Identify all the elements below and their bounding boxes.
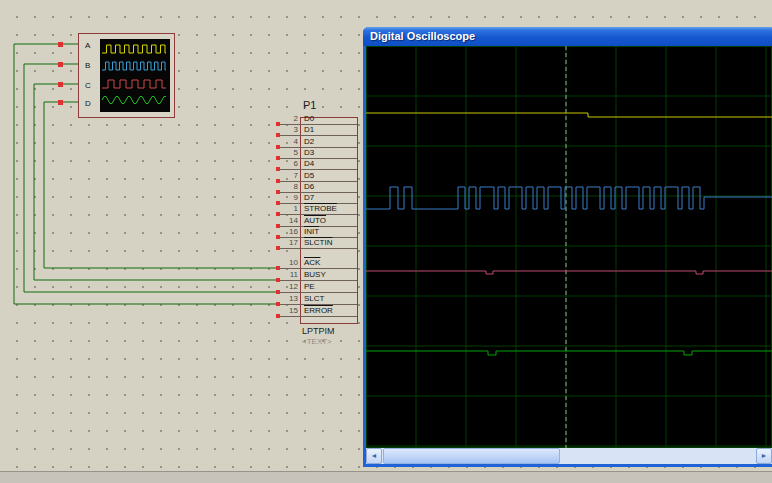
pin-name: INIT [304, 228, 319, 236]
pin-name: PE [304, 283, 315, 291]
pin-number: 16 [278, 228, 298, 236]
pin-line [280, 214, 357, 215]
scope-plot-area[interactable] [366, 46, 772, 448]
oscilloscope-symbol[interactable]: ABCD [78, 33, 175, 118]
app-bottom-edge [0, 471, 772, 483]
oscilloscope-preview-waveforms [100, 39, 170, 112]
lpt-connector[interactable]: P1 LPTPIM <TEXT> 2D03D14D25D36D47D58D69D… [276, 117, 360, 347]
pin-name: STROBE [304, 205, 337, 213]
preview-square-trace [102, 80, 166, 88]
trace-channel-D [366, 351, 772, 355]
pin-number: 9 [278, 194, 298, 202]
scope-pin-state-indicator [58, 82, 63, 87]
pin-line [280, 192, 357, 193]
pin-name: D5 [304, 172, 314, 180]
scroll-right-icon: ► [761, 452, 768, 459]
pin-name: BUSY [304, 271, 326, 279]
pin-name: ACK [304, 259, 320, 267]
pin-name: AUTO [304, 217, 326, 225]
pin-line [280, 248, 357, 249]
pin-number: 17 [278, 239, 298, 247]
pin-line [280, 268, 357, 269]
pin-line [280, 147, 357, 148]
pin-number: 13 [278, 295, 298, 303]
pin-number: 10 [278, 259, 298, 267]
pin-name: SLCTIN [304, 239, 332, 247]
pin-number: 7 [278, 172, 298, 180]
schematic-canvas[interactable]: ABCD P1 LPTPIM <TEXT> 2D03D14D25D36D47D5… [0, 0, 772, 483]
pin-number: 2 [278, 115, 298, 123]
channel-label-D: D [85, 99, 91, 108]
pin-number: 3 [278, 126, 298, 134]
scope-pin-state-indicator [58, 42, 63, 47]
pin-line [280, 169, 357, 170]
scroll-right-button[interactable]: ► [756, 448, 772, 464]
scrollbar-thumb[interactable] [383, 448, 560, 464]
pin-number: 6 [278, 160, 298, 168]
pin-name: D0 [304, 115, 314, 123]
scope-pin-state-indicator [58, 62, 63, 67]
channel-label-A: A [85, 41, 90, 50]
pin-line [280, 181, 357, 182]
pin-name: D3 [304, 149, 314, 157]
window-title: Digital Oscilloscope [370, 30, 475, 42]
pin-name: D7 [304, 194, 314, 202]
pin-line [280, 158, 357, 159]
wire-d[interactable] [44, 102, 280, 268]
trace-channel-C [366, 271, 772, 274]
preview-square-trace [102, 62, 166, 70]
scope-pin-state-indicator [58, 100, 63, 105]
connector-text-placeholder: <TEXT> [302, 337, 332, 346]
pin-number: 5 [278, 149, 298, 157]
pin-number: 15 [278, 307, 298, 315]
preview-square-trace [102, 45, 166, 53]
window-titlebar[interactable]: Digital Oscilloscope [363, 27, 772, 46]
pin-number: 4 [278, 138, 298, 146]
plot-frame [367, 47, 772, 448]
pin-line [280, 280, 357, 281]
connector-reference: P1 [303, 99, 316, 111]
oscilloscope-preview-screen [100, 39, 170, 112]
pin-line [280, 316, 357, 317]
pin-number: 14 [278, 217, 298, 225]
scope-traces [366, 46, 772, 448]
channel-label-C: C [85, 81, 91, 90]
channel-label-B: B [85, 61, 90, 70]
digital-oscilloscope-window[interactable]: Digital Oscilloscope ◄ ► [363, 27, 772, 467]
trace-channel-A [366, 113, 772, 117]
connector-model-label: LPTPIM [302, 326, 335, 336]
pin-number: 11 [278, 271, 298, 279]
pin-name: D1 [304, 126, 314, 134]
pin-number: 1 [278, 205, 298, 213]
pin-name: SLCT [304, 295, 324, 303]
pin-name: D2 [304, 138, 314, 146]
pin-line [280, 292, 357, 293]
preview-sine-trace [102, 97, 166, 104]
pin-number: 8 [278, 183, 298, 191]
pin-line [280, 124, 357, 125]
pin-name: D6 [304, 183, 314, 191]
trace-channel-B [366, 187, 772, 209]
scroll-left-button[interactable]: ◄ [366, 448, 382, 464]
horizontal-scrollbar[interactable]: ◄ ► [366, 448, 772, 464]
pin-line [280, 304, 357, 305]
pin-line [280, 135, 357, 136]
pin-name: D4 [304, 160, 314, 168]
scroll-left-icon: ◄ [371, 452, 378, 459]
pin-name: ERROR [304, 307, 333, 315]
pin-number: 12 [278, 283, 298, 291]
